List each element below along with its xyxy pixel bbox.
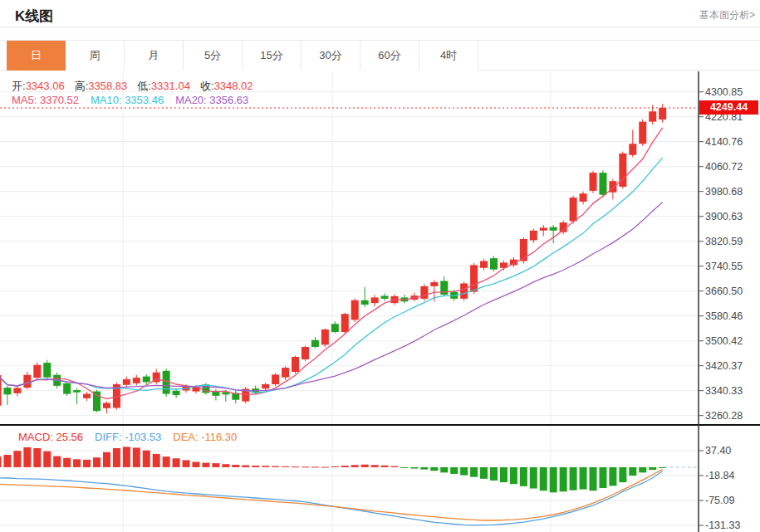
current-price-badge: 4249.44: [699, 100, 758, 115]
ohlc-label: 收:: [200, 80, 214, 92]
price-axis-label: 3660.50: [705, 285, 760, 298]
ohlc-label: 低:: [137, 80, 151, 92]
price-axis-label: 3260.28: [705, 409, 760, 422]
tab-5分[interactable]: 5分: [184, 41, 243, 71]
page-title: K线图: [15, 7, 53, 26]
price-axis-label: 3900.63: [705, 210, 760, 223]
tab-bar-items: 日周月5分15分30分60分4时: [7, 41, 478, 71]
ohlc-value: 3343.06: [26, 80, 65, 92]
ma-value: MA10: 3353.46: [91, 94, 164, 106]
macd-axis-label: 37.40: [705, 444, 760, 457]
tab-60分[interactable]: 60分: [360, 41, 419, 71]
tab-15分[interactable]: 15分: [243, 41, 302, 71]
ohlc-readout: 开:3343.06高:3358.83低:3331.04收:3348.02: [12, 79, 263, 94]
price-axis-label: 3420.37: [705, 359, 760, 373]
macd-axis-label: -18.84: [705, 469, 760, 482]
price-axis-label: 4140.76: [705, 135, 760, 149]
tab-30分[interactable]: 30分: [302, 41, 360, 71]
kline-page: K线图 基本面分析> 日周月5分15分30分60分4时 开:3343.06高:3…: [0, 0, 760, 532]
fundamental-analysis-link[interactable]: 基本面分析>: [699, 8, 755, 22]
macd-value: DIFF: -103.53: [95, 431, 161, 443]
price-axis-label: 3980.68: [705, 185, 760, 198]
price-axis-label: 3340.33: [705, 384, 760, 398]
ma-value: MA20: 3356.63: [175, 94, 248, 106]
tab-日[interactable]: 日: [7, 41, 66, 71]
ohlc-label: 高:: [75, 80, 89, 92]
macd-readout: MACD: 25.56DIFF: -103.53DEA: -116.30: [18, 431, 248, 443]
price-axis-label: 3500.42: [705, 334, 760, 348]
tab-周[interactable]: 周: [66, 41, 125, 71]
macd-value: DEA: -116.30: [173, 431, 237, 443]
ohlc-value: 3331.04: [151, 80, 190, 92]
tab-月[interactable]: 月: [125, 41, 184, 71]
price-axis-label: 4060.72: [705, 160, 760, 173]
ma-value: MA5: 3370.52: [12, 94, 79, 106]
price-axis-label: 4300.85: [705, 85, 760, 99]
ohlc-value: 3348.02: [214, 80, 253, 92]
macd-axis-label: -75.09: [705, 494, 760, 507]
price-axis-label: 3820.59: [705, 235, 760, 248]
interval-tab-bar: 日周月5分15分30分60分4时: [0, 40, 760, 71]
ohlc-value: 3358.83: [88, 80, 127, 92]
header-divider: [0, 27, 760, 27]
ohlc-label: 开:: [12, 80, 26, 92]
ma-readout: MA5: 3370.52MA10: 3353.46MA20: 3356.63: [12, 94, 260, 106]
macd-axis-label: -131.33: [705, 519, 760, 532]
kline-chart-canvas[interactable]: [0, 71, 760, 532]
price-axis-label: 3740.55: [705, 260, 760, 273]
price-axis-label: 3580.46: [705, 310, 760, 323]
tab-4时[interactable]: 4时: [419, 41, 478, 71]
macd-value: MACD: 25.56: [18, 431, 83, 443]
